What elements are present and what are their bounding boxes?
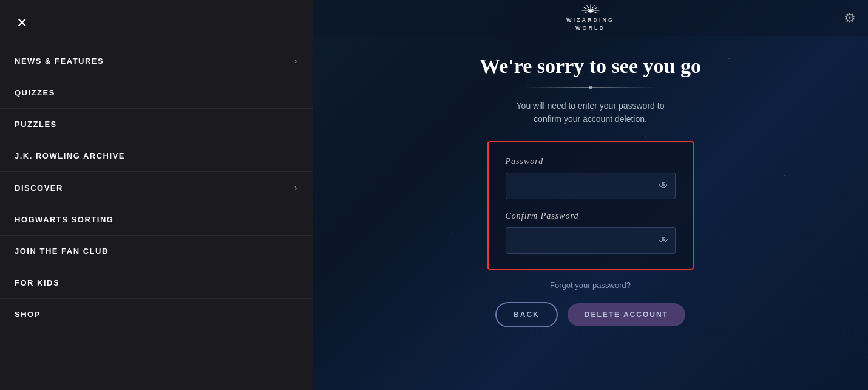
sidebar-item-label: FOR KIDS bbox=[15, 278, 59, 287]
sidebar-item-label: NEWS & FEATURES bbox=[15, 56, 104, 66]
subtitle: You will need to enter your password to … bbox=[517, 99, 665, 126]
sidebar-item-jk-rowling-archive[interactable]: J.K. ROWLING ARCHIVE bbox=[0, 140, 313, 172]
sidebar-nav: NEWS & FEATURES›QUIZZESPUZZLESJ.K. ROWLI… bbox=[0, 45, 313, 330]
sidebar-item-label: QUIZZES bbox=[15, 88, 55, 97]
back-button[interactable]: BACK bbox=[495, 302, 558, 327]
delete-account-button[interactable]: DELETE ACCOUNT bbox=[568, 303, 685, 326]
confirm-password-label: Confirm Password bbox=[506, 211, 676, 221]
password-label: Password bbox=[506, 157, 676, 166]
chevron-right-icon: › bbox=[294, 56, 298, 66]
content-area: We're sorry to see you go You will need … bbox=[313, 36, 868, 390]
sidebar-item-label: SHOP bbox=[15, 310, 41, 319]
divider bbox=[524, 87, 657, 88]
sidebar-item-puzzles[interactable]: PUZZLES bbox=[0, 109, 313, 140]
password-input[interactable] bbox=[506, 173, 676, 199]
settings-icon[interactable]: ⚙ bbox=[844, 10, 856, 26]
sidebar-item-news-features[interactable]: NEWS & FEATURES› bbox=[0, 45, 313, 77]
confirm-password-field-wrapper: 👁 bbox=[506, 227, 676, 254]
button-row: BACK DELETE ACCOUNT bbox=[495, 302, 685, 327]
sidebar-item-label: PUZZLES bbox=[15, 120, 57, 129]
password-toggle-icon[interactable]: 👁 bbox=[659, 180, 668, 191]
sidebar-item-join-fan-club[interactable]: JOIN THE FAN CLUB bbox=[0, 236, 313, 267]
confirm-password-input[interactable] bbox=[506, 227, 676, 254]
close-button[interactable]: ✕ bbox=[11, 12, 33, 34]
sidebar: ✕ NEWS & FEATURES›QUIZZESPUZZLESJ.K. ROW… bbox=[0, 0, 313, 390]
logo-text: WIZARDING WORLD bbox=[566, 16, 614, 32]
sidebar-item-label: DISCOVER bbox=[15, 183, 63, 193]
sidebar-item-discover[interactable]: DISCOVER› bbox=[0, 172, 313, 204]
forgot-password-link[interactable]: Forgot your password? bbox=[550, 281, 631, 290]
sidebar-item-shop[interactable]: SHOP bbox=[0, 299, 313, 330]
header: WIZARDING WORLD ⚙ bbox=[313, 0, 868, 36]
password-field-wrapper: 👁 bbox=[506, 173, 676, 199]
page-title: We're sorry to see you go bbox=[480, 55, 701, 78]
main-content: WIZARDING WORLD ⚙ We're sorry to see you… bbox=[313, 0, 868, 390]
confirm-password-toggle-icon[interactable]: 👁 bbox=[659, 235, 668, 246]
sidebar-item-for-kids[interactable]: FOR KIDS bbox=[0, 267, 313, 299]
logo: WIZARDING WORLD bbox=[566, 4, 614, 32]
svg-point-9 bbox=[589, 10, 592, 13]
sidebar-item-hogwarts-sorting[interactable]: HOGWARTS SORTING bbox=[0, 204, 313, 236]
chevron-right-icon: › bbox=[294, 183, 298, 193]
sidebar-item-quizzes[interactable]: QUIZZES bbox=[0, 77, 313, 109]
sidebar-item-label: HOGWARTS SORTING bbox=[15, 215, 114, 224]
delete-form: Password 👁 Confirm Password 👁 bbox=[487, 141, 694, 270]
sidebar-item-label: J.K. ROWLING ARCHIVE bbox=[15, 151, 125, 160]
sidebar-item-label: JOIN THE FAN CLUB bbox=[15, 247, 109, 256]
logo-icon bbox=[581, 4, 600, 16]
